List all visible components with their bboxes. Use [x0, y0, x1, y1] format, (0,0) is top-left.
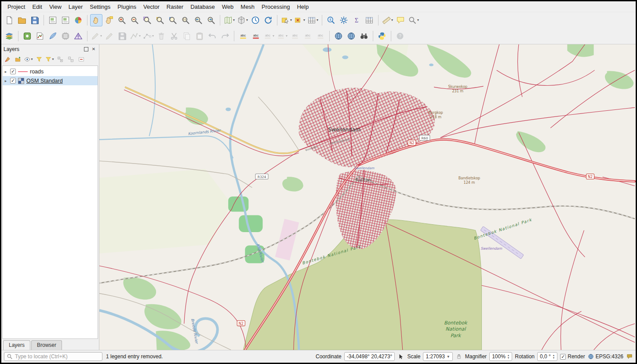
expand-all-button[interactable] — [55, 54, 66, 65]
menu-raster[interactable]: Raster — [163, 3, 187, 11]
new-3d-map-view-button[interactable]: ▾ — [236, 14, 249, 26]
processing-toolbox-button[interactable] — [338, 14, 350, 26]
zoom-full-button[interactable] — [141, 14, 153, 26]
lock-scale-button[interactable] — [455, 353, 462, 360]
open-project-button[interactable] — [16, 14, 28, 26]
panel-close-button[interactable]: ✕ — [91, 46, 97, 52]
remove-layer-group-button[interactable] — [76, 54, 87, 65]
search-layers-button[interactable] — [358, 30, 370, 42]
new-shapefile-layer-button[interactable] — [34, 30, 46, 42]
dropdown-arrow-icon[interactable]: ▾ — [246, 18, 248, 22]
dropdown-arrow-icon[interactable]: ▾ — [152, 34, 154, 38]
save-project-button[interactable] — [29, 14, 41, 26]
osm-place-search-button[interactable]: ▾ — [407, 14, 420, 26]
zoom-to-selection-button[interactable] — [154, 14, 166, 26]
select-by-form-button[interactable]: ▾ — [306, 14, 319, 26]
zoom-next-button[interactable] — [205, 14, 217, 26]
menu-processing[interactable]: Processing — [258, 3, 293, 11]
metasearch-button[interactable] — [332, 30, 345, 42]
dropdown-arrow-icon[interactable]: ▾ — [391, 18, 393, 22]
deselect-features-button[interactable]: ▾ — [293, 14, 306, 26]
dropdown-arrow-icon[interactable]: ▾ — [139, 34, 141, 38]
filter-legend-by-map-content-button[interactable] — [34, 54, 44, 65]
temporal-controller-button[interactable] — [249, 14, 262, 26]
layer-visibility-checkbox[interactable]: ✓ — [10, 78, 16, 84]
select-features-button[interactable]: ▾ — [280, 14, 293, 26]
new-map-view-button[interactable]: ▾ — [223, 14, 236, 26]
layer-item-osm-standard[interactable]: ▸✓OSM Standard — [3, 76, 98, 85]
crs-indicator[interactable]: EPSG:4326 — [588, 353, 623, 360]
show-layout-manager-button[interactable] — [59, 14, 72, 26]
messages-button[interactable] — [626, 353, 633, 360]
zoom-last-button[interactable] — [192, 14, 204, 26]
dropdown-arrow-icon[interactable]: ▾ — [317, 18, 318, 22]
dropdown-arrow-icon[interactable]: ▾ — [273, 34, 274, 38]
panel-tab-layers[interactable]: Layers — [3, 340, 30, 350]
menu-plugins[interactable]: Plugins — [114, 3, 140, 11]
add-group-button[interactable] — [13, 54, 23, 65]
statistical-summary-button[interactable] — [350, 14, 363, 26]
collapse-all-button[interactable] — [66, 54, 76, 65]
toggle-extents-button[interactable] — [397, 353, 404, 360]
refresh-map-button[interactable] — [262, 14, 274, 26]
map-tips-button[interactable] — [394, 14, 407, 26]
spinner-arrows-icon[interactable]: ▲▼ — [553, 354, 555, 359]
layer-labeling-options-button[interactable] — [237, 30, 249, 42]
zoom-to-layer-button[interactable] — [167, 14, 179, 26]
menu-project[interactable]: Project — [4, 3, 29, 11]
panel-float-button[interactable] — [83, 46, 89, 52]
menu-settings[interactable]: Settings — [86, 3, 114, 11]
new-geopackage-layer-button[interactable] — [21, 30, 33, 42]
magnifier-spinbox[interactable]: 100% ▲▼ — [489, 352, 512, 361]
new-project-button[interactable] — [3, 14, 15, 26]
spinner-arrows-icon[interactable]: ▲▼ — [507, 354, 510, 359]
new-temporary-scratch-layer-button[interactable] — [59, 30, 72, 42]
scale-combobox[interactable]: 1:27093 ▼ — [423, 352, 452, 361]
menu-web[interactable]: Web — [218, 3, 237, 11]
python-console-button[interactable] — [376, 30, 388, 42]
menu-vector[interactable]: Vector — [140, 3, 163, 11]
zoom-native-button[interactable] — [179, 14, 192, 26]
layer-item-roads[interactable]: ▸✓roads — [3, 67, 98, 76]
menu-edit[interactable]: Edit — [29, 3, 45, 11]
layer-diagram-options-button[interactable] — [250, 30, 262, 42]
pan-to-selection-button[interactable] — [103, 14, 115, 26]
dropdown-arrow-icon[interactable]: ▾ — [52, 58, 54, 61]
dropdown-arrow-icon[interactable]: ▾ — [417, 18, 419, 22]
identify-features-button[interactable] — [325, 14, 337, 26]
menu-database[interactable]: Database — [187, 3, 218, 11]
menu-help[interactable]: Help — [293, 3, 312, 11]
open-attribute-table-button[interactable] — [363, 14, 375, 26]
pan-map-button[interactable] — [90, 14, 102, 26]
style-manager-button[interactable] — [72, 14, 84, 26]
dropdown-arrow-icon[interactable]: ▾ — [286, 34, 288, 38]
measure-button[interactable]: ▾ — [381, 14, 394, 26]
map-canvas[interactable]: N2N2N2R60R324 SwellendamRailtonSwellenda… — [99, 44, 636, 350]
render-checkbox[interactable]: ✓ Render — [560, 353, 585, 360]
menu-mesh[interactable]: Mesh — [237, 3, 258, 11]
new-virtual-layer-button[interactable] — [47, 30, 59, 42]
menu-view[interactable]: View — [46, 3, 65, 11]
dropdown-arrow-icon[interactable]: ▾ — [290, 18, 292, 22]
zoom-out-button[interactable] — [128, 14, 141, 26]
open-data-source-manager-button[interactable] — [3, 30, 15, 42]
qgis2web-button[interactable] — [345, 30, 357, 42]
open-layer-styling-panel-button[interactable] — [2, 54, 13, 65]
layer-visibility-checkbox[interactable]: ✓ — [10, 69, 16, 74]
dropdown-arrow-icon[interactable]: ▾ — [31, 58, 33, 61]
filter-legend-by-expression-button[interactable]: ▾ — [44, 54, 55, 65]
new-print-layout-button[interactable] — [47, 14, 59, 26]
manage-map-themes-button[interactable]: ▾ — [23, 54, 34, 65]
layer-expander-icon[interactable]: ▸ — [4, 69, 8, 74]
zoom-in-button[interactable] — [116, 14, 128, 26]
layer-expander-icon[interactable]: ▸ — [4, 79, 8, 83]
panel-tab-browser[interactable]: Browser — [31, 340, 62, 350]
dropdown-arrow-icon[interactable]: ▾ — [233, 18, 235, 22]
coordinate-input[interactable]: -34,0498° 20,4273° — [344, 352, 395, 361]
dropdown-arrow-icon[interactable]: ▾ — [100, 34, 102, 38]
rotation-spinbox[interactable]: 0,0 ° ▲▼ — [537, 352, 557, 361]
dropdown-arrow-icon[interactable]: ▾ — [303, 18, 305, 22]
new-mesh-layer-button[interactable] — [72, 30, 84, 42]
locate-search-input[interactable]: Type to locate (Ctrl+K) — [4, 352, 102, 361]
menu-layer[interactable]: Layer — [65, 3, 87, 11]
